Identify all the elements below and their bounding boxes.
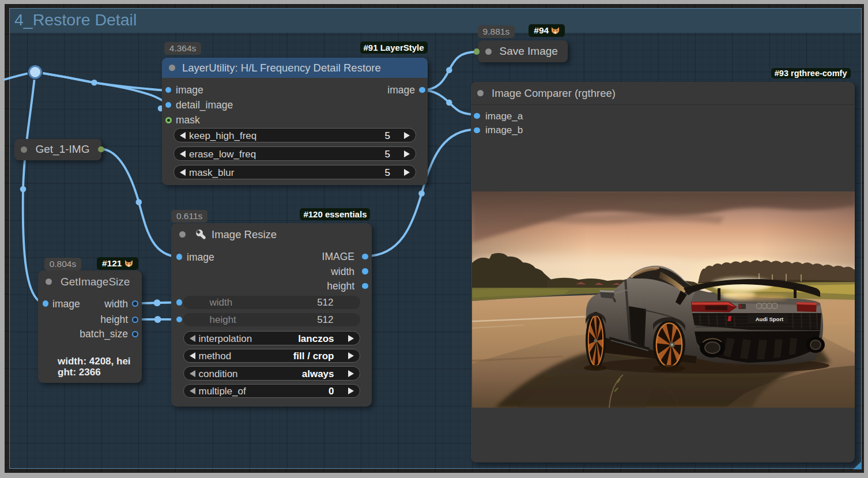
svg-text:Audi Sport: Audi Sport (755, 315, 783, 322)
